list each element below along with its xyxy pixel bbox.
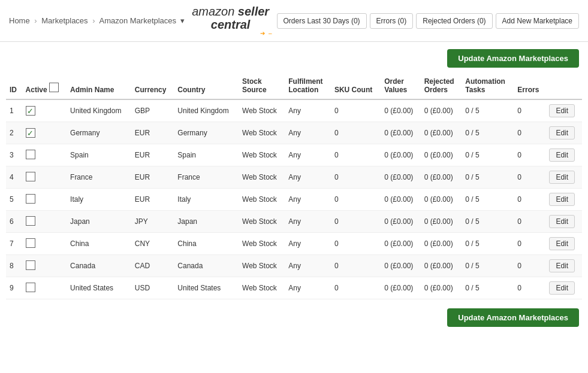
- col-fulfilment-location: FulfilmentLocation: [285, 72, 331, 99]
- cell-sku-count: 0: [331, 99, 381, 122]
- cell-sku-count: 0: [331, 211, 381, 233]
- cell-edit[interactable]: Edit: [545, 144, 582, 166]
- cell-country: Germany: [174, 122, 239, 144]
- table-row: 8 Canada CAD Canada Web Stock Any 0 0 (£…: [6, 255, 582, 277]
- active-checkbox-8[interactable]: [26, 260, 35, 270]
- cell-admin-name: Canada: [67, 255, 131, 277]
- cell-order-values: 0 (£0.00): [381, 277, 420, 299]
- cell-rejected-orders: 0 (£0.00): [421, 166, 462, 189]
- cell-edit[interactable]: Edit: [545, 255, 582, 277]
- breadcrumb-sep2: ›: [92, 16, 95, 25]
- cell-sku-count: 0: [331, 189, 381, 211]
- edit-button-1[interactable]: Edit: [549, 104, 575, 117]
- col-currency: Currency: [131, 72, 174, 99]
- cell-fulfilment-location: Any: [285, 144, 331, 166]
- cell-order-values: 0 (£0.00): [381, 144, 420, 166]
- cell-order-values: 0 (£0.00): [381, 211, 420, 233]
- cell-id: 1: [6, 99, 22, 122]
- cell-edit[interactable]: Edit: [545, 166, 582, 189]
- cell-automation-tasks: 0 / 5: [462, 122, 514, 144]
- cell-fulfilment-location: Any: [285, 255, 331, 277]
- cell-sku-count: 0: [331, 277, 381, 299]
- col-admin-name: Admin Name: [67, 72, 131, 99]
- cell-fulfilment-location: Any: [285, 166, 331, 189]
- breadcrumb-sep1: ›: [34, 16, 37, 25]
- table-row: 7 China CNY China Web Stock Any 0 0 (£0.…: [6, 233, 582, 255]
- cell-edit[interactable]: Edit: [545, 122, 582, 144]
- edit-button-8[interactable]: Edit: [549, 259, 575, 272]
- select-all-checkbox[interactable]: [49, 83, 59, 92]
- cell-order-values: 0 (£0.00): [381, 122, 420, 144]
- cell-currency: GBP: [131, 99, 174, 122]
- cell-active: [22, 255, 67, 277]
- cell-country: Japan: [174, 211, 239, 233]
- orders-last-30-button[interactable]: Orders Last 30 Days (0): [277, 13, 367, 29]
- breadcrumb-amazon-marketplaces[interactable]: Amazon Marketplaces: [99, 16, 176, 25]
- cell-active: [22, 189, 67, 211]
- cell-stock-source: Web Stock: [239, 211, 285, 233]
- cell-active: ✓: [22, 122, 67, 144]
- cell-errors: 0: [514, 189, 545, 211]
- edit-button-9[interactable]: Edit: [549, 281, 575, 295]
- cell-edit[interactable]: Edit: [545, 277, 582, 299]
- cell-currency: EUR: [131, 189, 174, 211]
- cell-currency: EUR: [131, 166, 174, 189]
- amazon-logo: amazon seller central ➔–: [185, 5, 277, 37]
- cell-country: Spain: [174, 144, 239, 166]
- cell-edit[interactable]: Edit: [545, 189, 582, 211]
- active-checkbox-7[interactable]: [26, 238, 35, 248]
- cell-errors: 0: [514, 233, 545, 255]
- cell-currency: EUR: [131, 144, 174, 166]
- cell-country: Canada: [174, 255, 239, 277]
- breadcrumb-home[interactable]: Home: [9, 16, 30, 25]
- active-checkbox-6[interactable]: [26, 216, 35, 226]
- errors-button[interactable]: Errors (0): [370, 13, 414, 29]
- cell-order-values: 0 (£0.00): [381, 233, 420, 255]
- cell-stock-source: Web Stock: [239, 99, 285, 122]
- update-amazon-marketplaces-button-top[interactable]: Update Amazon Marketplaces: [447, 49, 579, 68]
- header-bar: Home › Marketplaces › Amazon Marketplace…: [0, 0, 588, 42]
- cell-edit[interactable]: Edit: [545, 233, 582, 255]
- add-new-marketplace-button[interactable]: Add New Marketplace: [496, 13, 579, 29]
- cell-admin-name: Germany: [67, 122, 131, 144]
- table-row: 2 ✓ Germany EUR Germany Web Stock Any 0 …: [6, 122, 582, 144]
- cell-automation-tasks: 0 / 5: [462, 99, 514, 122]
- rejected-orders-button[interactable]: Rejected Orders (0): [416, 13, 492, 29]
- cell-fulfilment-location: Any: [285, 211, 331, 233]
- breadcrumb-marketplaces[interactable]: Marketplaces: [41, 16, 88, 25]
- active-checkbox-1[interactable]: ✓: [26, 106, 35, 116]
- active-checkbox-3[interactable]: [26, 150, 35, 159]
- table-header-row: ID Active Admin Name Currency Country St…: [6, 72, 582, 99]
- cell-id: 8: [6, 255, 22, 277]
- active-checkbox-5[interactable]: [26, 194, 35, 204]
- cell-rejected-orders: 0 (£0.00): [421, 255, 462, 277]
- cell-sku-count: 0: [331, 255, 381, 277]
- cell-edit[interactable]: Edit: [545, 211, 582, 233]
- cell-currency: EUR: [131, 122, 174, 144]
- active-checkbox-4[interactable]: [26, 172, 35, 181]
- update-amazon-marketplaces-button-bottom[interactable]: Update Amazon Marketplaces: [447, 308, 579, 327]
- cell-errors: 0: [514, 166, 545, 189]
- col-automation-tasks: AutomationTasks: [462, 72, 514, 99]
- cell-id: 4: [6, 166, 22, 189]
- cell-rejected-orders: 0 (£0.00): [421, 211, 462, 233]
- edit-button-4[interactable]: Edit: [549, 171, 575, 184]
- edit-button-2[interactable]: Edit: [549, 126, 575, 140]
- active-checkbox-2[interactable]: ✓: [26, 128, 35, 138]
- cell-fulfilment-location: Any: [285, 233, 331, 255]
- edit-button-7[interactable]: Edit: [549, 237, 575, 250]
- breadcrumb-dropdown-icon[interactable]: ▾: [180, 16, 185, 25]
- cell-rejected-orders: 0 (£0.00): [421, 189, 462, 211]
- cell-active: [22, 144, 67, 166]
- cell-sku-count: 0: [331, 166, 381, 189]
- active-checkbox-9[interactable]: [26, 283, 35, 292]
- cell-automation-tasks: 0 / 5: [462, 255, 514, 277]
- cell-active: [22, 211, 67, 233]
- edit-button-5[interactable]: Edit: [549, 193, 575, 206]
- cell-automation-tasks: 0 / 5: [462, 233, 514, 255]
- cell-admin-name: United Kingdom: [67, 99, 131, 122]
- table-row: 1 ✓ United Kingdom GBP United Kingdom We…: [6, 99, 582, 122]
- edit-button-3[interactable]: Edit: [549, 148, 575, 162]
- edit-button-6[interactable]: Edit: [549, 215, 575, 228]
- cell-edit[interactable]: Edit: [545, 99, 582, 122]
